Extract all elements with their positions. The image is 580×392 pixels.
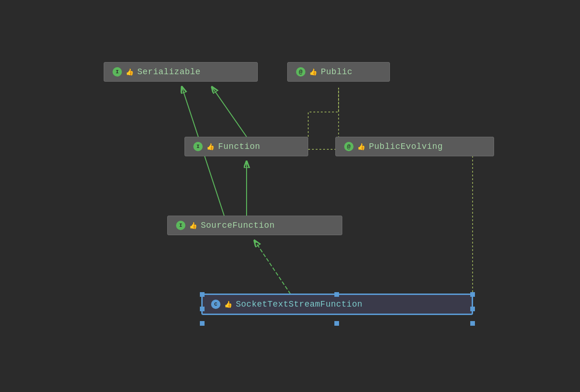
- annotation-icon-publicevolving: @: [344, 142, 354, 151]
- thumb-icon-serializable: 👍: [126, 68, 134, 76]
- thumb-icon-sourcefunction: 👍: [189, 222, 197, 230]
- node-label-serializable: Serializable: [137, 67, 201, 77]
- node-publicevolving[interactable]: @ 👍 PublicEvolving: [335, 137, 494, 156]
- class-icon-sockettextstreamfunction: C: [211, 300, 220, 309]
- node-label-publicevolving: PublicEvolving: [369, 142, 443, 151]
- selection-handle-bl: [200, 321, 205, 326]
- node-label-public: Public: [321, 67, 353, 77]
- node-sockettextstreamfunction[interactable]: C 👍 SocketTextStreamFunction: [202, 294, 473, 315]
- selection-handle-ml: [200, 307, 205, 311]
- connections-svg: [0, 0, 580, 392]
- selection-handle-br: [470, 321, 475, 326]
- thumb-icon-public: 👍: [309, 68, 317, 76]
- node-function[interactable]: I 👍 Function: [184, 137, 308, 156]
- annotation-icon-public: @: [296, 67, 305, 77]
- selection-handle-tl: [200, 292, 205, 297]
- selection-handle-mr: [470, 307, 475, 311]
- selection-handle-tr: [470, 292, 475, 297]
- thumb-icon-function: 👍: [206, 143, 214, 151]
- svg-line-0: [212, 88, 247, 137]
- thumb-icon-sockettextstreamfunction: 👍: [224, 301, 232, 308]
- svg-line-3: [255, 241, 290, 294]
- thumb-icon-publicevolving: 👍: [357, 143, 365, 151]
- selection-handle-tm: [334, 292, 339, 297]
- diagram-canvas: I 👍 Serializable @ 👍 Public I 👍 Function…: [0, 0, 580, 392]
- node-label-sockettextstreamfunction: SocketTextStreamFunction: [236, 300, 362, 309]
- node-sourcefunction[interactable]: I 👍 SourceFunction: [167, 216, 342, 235]
- node-label-sourcefunction: SourceFunction: [201, 221, 275, 230]
- interface-icon-serializable: I: [113, 67, 122, 77]
- interface-icon-function: I: [193, 142, 203, 151]
- node-public[interactable]: @ 👍 Public: [287, 62, 390, 82]
- node-label-function: Function: [218, 142, 260, 151]
- interface-icon-sourcefunction: I: [176, 221, 185, 230]
- node-serializable[interactable]: I 👍 Serializable: [104, 62, 258, 82]
- selection-handle-bm: [334, 321, 339, 326]
